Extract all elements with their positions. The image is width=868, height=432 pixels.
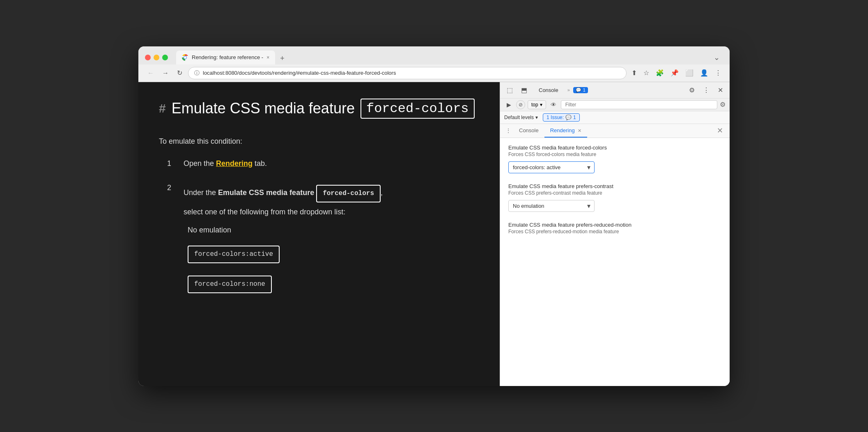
- forward-button[interactable]: →: [160, 68, 171, 78]
- close-window-button[interactable]: [145, 55, 151, 60]
- browser-toolbar: ← → ↻ ⓘ localhost:8080/docs/devtools/ren…: [138, 64, 730, 82]
- forced-colors-select-wrapper: No emulation forced-colors: active force…: [508, 161, 595, 173]
- prefers-reduced-motion-section: Emulate CSS media feature prefers-reduce…: [508, 222, 721, 234]
- devtools-panel: ⬚ ⬒ Console » 💬 1 ⚙ ⋮ ✕ ▶ ⊘ top ▾: [500, 82, 730, 386]
- panel-tabs: ⋮ Console Rendering ✕ ✕: [500, 124, 730, 138]
- context-chevron: ▾: [540, 102, 542, 108]
- step-num-2: 2: [167, 182, 175, 303]
- step-1: 1 Open the Rendering tab.: [167, 157, 479, 170]
- prefers-contrast-title: Emulate CSS media feature prefers-contra…: [508, 183, 721, 189]
- minimize-window-button[interactable]: [154, 55, 159, 60]
- rendering-content: Emulate CSS media feature forced-colors …: [500, 138, 730, 386]
- issue-label: 1 Issue:: [547, 115, 564, 120]
- sub-code-1: forced-colors:active: [188, 246, 280, 263]
- run-script-button[interactable]: ▶: [504, 100, 514, 109]
- tabs-row: Rendering: feature reference - × +: [176, 51, 706, 64]
- step2-bold: Emulate CSS media feature forced-colors: [218, 188, 381, 197]
- devtools-toolbar: ⬚ ⬒ Console » 💬 1 ⚙ ⋮ ✕: [500, 82, 730, 99]
- forced-colors-title: Emulate CSS media feature forced-colors: [508, 145, 721, 151]
- fullscreen-window-button[interactable]: [162, 55, 168, 60]
- levels-row: Default levels ▾ 1 Issue: 💬 1: [500, 111, 730, 124]
- main-area: # Emulate CSS media feature forced-color…: [138, 82, 730, 386]
- traffic-lights: [145, 55, 168, 60]
- clear-console-button[interactable]: ⊘: [516, 100, 525, 109]
- page-heading: # Emulate CSS media feature forced-color…: [159, 99, 479, 119]
- forced-colors-subtitle: Forces CSS forced-colors media feature: [508, 152, 721, 157]
- reload-button[interactable]: ↻: [175, 67, 185, 78]
- prefers-contrast-subtitle: Forces CSS prefers-contrast media featur…: [508, 190, 721, 196]
- tab-rendering[interactable]: Rendering ✕: [544, 124, 588, 138]
- cast-icon[interactable]: 📌: [669, 67, 680, 78]
- split-view-icon[interactable]: ⬜: [684, 67, 695, 78]
- devtools-close-button[interactable]: ✕: [715, 85, 726, 96]
- issue-count: 1: [573, 115, 576, 120]
- step-num-1: 1: [167, 157, 175, 170]
- forced-colors-select[interactable]: No emulation forced-colors: active force…: [508, 161, 595, 173]
- new-tab-button[interactable]: +: [277, 53, 288, 64]
- back-button[interactable]: ←: [145, 68, 156, 78]
- context-selector[interactable]: top ▾: [528, 100, 546, 109]
- issues-badge[interactable]: 1 Issue: 💬 1: [543, 113, 580, 122]
- intro-text: To emulate this condition:: [159, 135, 479, 148]
- rendering-link[interactable]: Rendering: [216, 159, 253, 168]
- browser-minimize-icon[interactable]: ⌄: [710, 51, 723, 64]
- levels-label: Default levels: [504, 115, 534, 120]
- browser-window: Rendering: feature reference - × + ⌄ ← →…: [138, 46, 730, 386]
- default-levels-button[interactable]: Default levels ▾: [504, 115, 538, 120]
- forced-colors-section: Emulate CSS media feature forced-colors …: [508, 145, 721, 173]
- tab-console[interactable]: Console: [513, 124, 544, 138]
- console-toolbar: ▶ ⊘ top ▾ 👁 ⚙: [500, 99, 730, 111]
- more-tabs-icon[interactable]: »: [567, 87, 570, 92]
- toolbar-actions: ⬆ ☆ 🧩 📌 ⬜ 👤 ⋮: [630, 67, 723, 78]
- sub-list: No emulation forced-colors:active forced…: [188, 224, 479, 296]
- url-text: localhost:8080/docs/devtools/rendering/#…: [203, 70, 620, 76]
- chrome-icon: [182, 54, 188, 61]
- badge-icon: 💬: [576, 87, 581, 93]
- console-tab-button[interactable]: Console: [533, 85, 564, 96]
- sub-item-1: No emulation: [188, 224, 479, 237]
- sub-item-2: forced-colors:active: [188, 242, 479, 267]
- badge-count: 1: [583, 87, 586, 92]
- panel-tab-more-icon[interactable]: ⋮: [503, 126, 513, 135]
- sub-code-2: forced-colors:none: [188, 276, 272, 293]
- device-toolbar-button[interactable]: ⬒: [519, 85, 530, 96]
- page-body: To emulate this condition: 1 Open the Re…: [159, 135, 479, 303]
- devtools-more-button[interactable]: ⋮: [700, 85, 712, 96]
- step-2: 2 Under the Emulate CSS media feature fo…: [167, 182, 479, 303]
- browser-tab[interactable]: Rendering: feature reference - ×: [176, 51, 275, 64]
- info-icon: ⓘ: [194, 69, 200, 77]
- bookmark-icon[interactable]: ☆: [642, 67, 651, 78]
- heading-text: Emulate CSS media feature: [172, 100, 355, 117]
- menu-icon[interactable]: ⋮: [713, 67, 723, 78]
- prefers-reduced-motion-subtitle: Forces CSS prefers-reduced-motion media …: [508, 229, 721, 234]
- page-content: # Emulate CSS media feature forced-color…: [138, 82, 500, 386]
- context-text: top: [531, 102, 538, 108]
- tab-close-icon[interactable]: ×: [266, 55, 269, 60]
- panel-close-button[interactable]: ✕: [714, 124, 726, 137]
- issue-icon: 💬: [565, 115, 572, 120]
- address-bar[interactable]: ⓘ localhost:8080/docs/devtools/rendering…: [188, 67, 627, 79]
- inspect-element-button[interactable]: ⬚: [504, 85, 515, 96]
- tab-title: Rendering: feature reference -: [192, 54, 263, 60]
- rendering-tab-close[interactable]: ✕: [578, 128, 581, 133]
- step-content-1: Open the Rendering tab.: [184, 157, 479, 170]
- svg-point-1: [184, 56, 186, 59]
- eye-icon[interactable]: 👁: [549, 100, 558, 109]
- prefers-contrast-select[interactable]: No emulation prefers-contrast: high pref…: [508, 200, 595, 212]
- extensions-icon[interactable]: 🧩: [654, 67, 666, 78]
- share-icon[interactable]: ⬆: [630, 67, 638, 78]
- devtools-settings-button[interactable]: ⚙: [687, 85, 697, 96]
- prefers-contrast-select-wrapper: No emulation prefers-contrast: high pref…: [508, 200, 595, 212]
- sub-item-3: forced-colors:none: [188, 272, 479, 296]
- prefers-contrast-section: Emulate CSS media feature prefers-contra…: [508, 183, 721, 212]
- title-bar: Rendering: feature reference - × + ⌄: [138, 46, 730, 64]
- console-settings-icon[interactable]: ⚙: [720, 101, 726, 108]
- levels-chevron: ▾: [535, 115, 538, 120]
- step-content-2: Under the Emulate CSS media feature forc…: [184, 182, 479, 303]
- link-bold: Rendering: [216, 159, 253, 168]
- filter-input[interactable]: [561, 100, 717, 109]
- profile-icon[interactable]: 👤: [698, 67, 710, 78]
- rendering-tab-label: Rendering: [550, 127, 575, 133]
- prefers-reduced-motion-title: Emulate CSS media feature prefers-reduce…: [508, 222, 721, 228]
- heading-code: forced-colors: [361, 99, 475, 119]
